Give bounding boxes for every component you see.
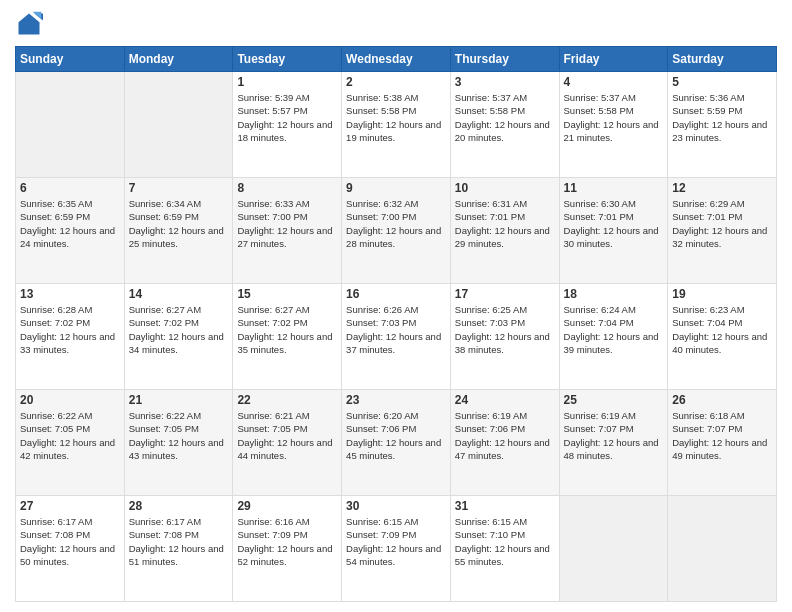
weekday-header-thursday: Thursday [450,47,559,72]
day-number: 16 [346,287,446,301]
logo-icon [15,10,43,38]
day-info: Sunrise: 5:36 AM Sunset: 5:59 PM Dayligh… [672,91,772,144]
day-number: 14 [129,287,229,301]
day-number: 28 [129,499,229,513]
day-info: Sunrise: 6:31 AM Sunset: 7:01 PM Dayligh… [455,197,555,250]
weekday-header-monday: Monday [124,47,233,72]
calendar-cell: 16Sunrise: 6:26 AM Sunset: 7:03 PM Dayli… [342,284,451,390]
calendar-cell: 28Sunrise: 6:17 AM Sunset: 7:08 PM Dayli… [124,496,233,602]
day-info: Sunrise: 6:28 AM Sunset: 7:02 PM Dayligh… [20,303,120,356]
calendar-cell: 19Sunrise: 6:23 AM Sunset: 7:04 PM Dayli… [668,284,777,390]
calendar-cell: 5Sunrise: 5:36 AM Sunset: 5:59 PM Daylig… [668,72,777,178]
calendar-cell: 22Sunrise: 6:21 AM Sunset: 7:05 PM Dayli… [233,390,342,496]
day-number: 23 [346,393,446,407]
calendar-cell: 7Sunrise: 6:34 AM Sunset: 6:59 PM Daylig… [124,178,233,284]
header [15,10,777,38]
day-info: Sunrise: 6:21 AM Sunset: 7:05 PM Dayligh… [237,409,337,462]
weekday-header-sunday: Sunday [16,47,125,72]
day-info: Sunrise: 5:39 AM Sunset: 5:57 PM Dayligh… [237,91,337,144]
day-number: 6 [20,181,120,195]
day-number: 13 [20,287,120,301]
calendar-cell: 3Sunrise: 5:37 AM Sunset: 5:58 PM Daylig… [450,72,559,178]
logo [15,10,47,38]
day-info: Sunrise: 6:27 AM Sunset: 7:02 PM Dayligh… [237,303,337,356]
day-number: 19 [672,287,772,301]
day-info: Sunrise: 6:17 AM Sunset: 7:08 PM Dayligh… [129,515,229,568]
day-info: Sunrise: 6:27 AM Sunset: 7:02 PM Dayligh… [129,303,229,356]
day-info: Sunrise: 6:35 AM Sunset: 6:59 PM Dayligh… [20,197,120,250]
day-number: 4 [564,75,664,89]
day-number: 9 [346,181,446,195]
day-info: Sunrise: 5:38 AM Sunset: 5:58 PM Dayligh… [346,91,446,144]
calendar-cell: 30Sunrise: 6:15 AM Sunset: 7:09 PM Dayli… [342,496,451,602]
day-number: 26 [672,393,772,407]
day-info: Sunrise: 6:32 AM Sunset: 7:00 PM Dayligh… [346,197,446,250]
day-info: Sunrise: 6:19 AM Sunset: 7:07 PM Dayligh… [564,409,664,462]
calendar-cell: 12Sunrise: 6:29 AM Sunset: 7:01 PM Dayli… [668,178,777,284]
day-info: Sunrise: 6:26 AM Sunset: 7:03 PM Dayligh… [346,303,446,356]
calendar-cell: 8Sunrise: 6:33 AM Sunset: 7:00 PM Daylig… [233,178,342,284]
day-info: Sunrise: 5:37 AM Sunset: 5:58 PM Dayligh… [564,91,664,144]
calendar-table: SundayMondayTuesdayWednesdayThursdayFrid… [15,46,777,602]
day-number: 3 [455,75,555,89]
day-number: 17 [455,287,555,301]
day-number: 18 [564,287,664,301]
calendar-cell [668,496,777,602]
calendar-cell: 21Sunrise: 6:22 AM Sunset: 7:05 PM Dayli… [124,390,233,496]
day-number: 1 [237,75,337,89]
calendar-cell: 9Sunrise: 6:32 AM Sunset: 7:00 PM Daylig… [342,178,451,284]
day-info: Sunrise: 6:18 AM Sunset: 7:07 PM Dayligh… [672,409,772,462]
day-info: Sunrise: 5:37 AM Sunset: 5:58 PM Dayligh… [455,91,555,144]
calendar-cell: 26Sunrise: 6:18 AM Sunset: 7:07 PM Dayli… [668,390,777,496]
day-info: Sunrise: 6:24 AM Sunset: 7:04 PM Dayligh… [564,303,664,356]
weekday-header-row: SundayMondayTuesdayWednesdayThursdayFrid… [16,47,777,72]
calendar-cell: 6Sunrise: 6:35 AM Sunset: 6:59 PM Daylig… [16,178,125,284]
calendar-cell: 15Sunrise: 6:27 AM Sunset: 7:02 PM Dayli… [233,284,342,390]
weekday-header-saturday: Saturday [668,47,777,72]
calendar-cell: 17Sunrise: 6:25 AM Sunset: 7:03 PM Dayli… [450,284,559,390]
day-info: Sunrise: 6:22 AM Sunset: 7:05 PM Dayligh… [129,409,229,462]
calendar-cell: 13Sunrise: 6:28 AM Sunset: 7:02 PM Dayli… [16,284,125,390]
calendar-cell: 29Sunrise: 6:16 AM Sunset: 7:09 PM Dayli… [233,496,342,602]
day-number: 8 [237,181,337,195]
day-number: 10 [455,181,555,195]
day-number: 31 [455,499,555,513]
day-number: 24 [455,393,555,407]
calendar-cell [559,496,668,602]
page: SundayMondayTuesdayWednesdayThursdayFrid… [0,0,792,612]
calendar-cell: 20Sunrise: 6:22 AM Sunset: 7:05 PM Dayli… [16,390,125,496]
day-info: Sunrise: 6:30 AM Sunset: 7:01 PM Dayligh… [564,197,664,250]
day-number: 5 [672,75,772,89]
calendar-cell: 14Sunrise: 6:27 AM Sunset: 7:02 PM Dayli… [124,284,233,390]
day-number: 30 [346,499,446,513]
day-info: Sunrise: 6:22 AM Sunset: 7:05 PM Dayligh… [20,409,120,462]
day-number: 21 [129,393,229,407]
day-number: 29 [237,499,337,513]
day-info: Sunrise: 6:15 AM Sunset: 7:09 PM Dayligh… [346,515,446,568]
calendar-cell: 24Sunrise: 6:19 AM Sunset: 7:06 PM Dayli… [450,390,559,496]
day-number: 15 [237,287,337,301]
calendar-cell: 25Sunrise: 6:19 AM Sunset: 7:07 PM Dayli… [559,390,668,496]
day-info: Sunrise: 6:25 AM Sunset: 7:03 PM Dayligh… [455,303,555,356]
calendar-cell: 2Sunrise: 5:38 AM Sunset: 5:58 PM Daylig… [342,72,451,178]
day-number: 2 [346,75,446,89]
calendar-cell: 4Sunrise: 5:37 AM Sunset: 5:58 PM Daylig… [559,72,668,178]
calendar-week-row: 20Sunrise: 6:22 AM Sunset: 7:05 PM Dayli… [16,390,777,496]
day-number: 27 [20,499,120,513]
weekday-header-wednesday: Wednesday [342,47,451,72]
svg-marker-0 [19,14,40,35]
day-number: 7 [129,181,229,195]
day-number: 22 [237,393,337,407]
calendar-cell: 27Sunrise: 6:17 AM Sunset: 7:08 PM Dayli… [16,496,125,602]
day-info: Sunrise: 6:34 AM Sunset: 6:59 PM Dayligh… [129,197,229,250]
weekday-header-tuesday: Tuesday [233,47,342,72]
calendar-cell: 23Sunrise: 6:20 AM Sunset: 7:06 PM Dayli… [342,390,451,496]
calendar-cell: 10Sunrise: 6:31 AM Sunset: 7:01 PM Dayli… [450,178,559,284]
calendar-cell: 11Sunrise: 6:30 AM Sunset: 7:01 PM Dayli… [559,178,668,284]
calendar-week-row: 6Sunrise: 6:35 AM Sunset: 6:59 PM Daylig… [16,178,777,284]
day-info: Sunrise: 6:15 AM Sunset: 7:10 PM Dayligh… [455,515,555,568]
day-info: Sunrise: 6:33 AM Sunset: 7:00 PM Dayligh… [237,197,337,250]
weekday-header-friday: Friday [559,47,668,72]
day-info: Sunrise: 6:16 AM Sunset: 7:09 PM Dayligh… [237,515,337,568]
day-info: Sunrise: 6:19 AM Sunset: 7:06 PM Dayligh… [455,409,555,462]
